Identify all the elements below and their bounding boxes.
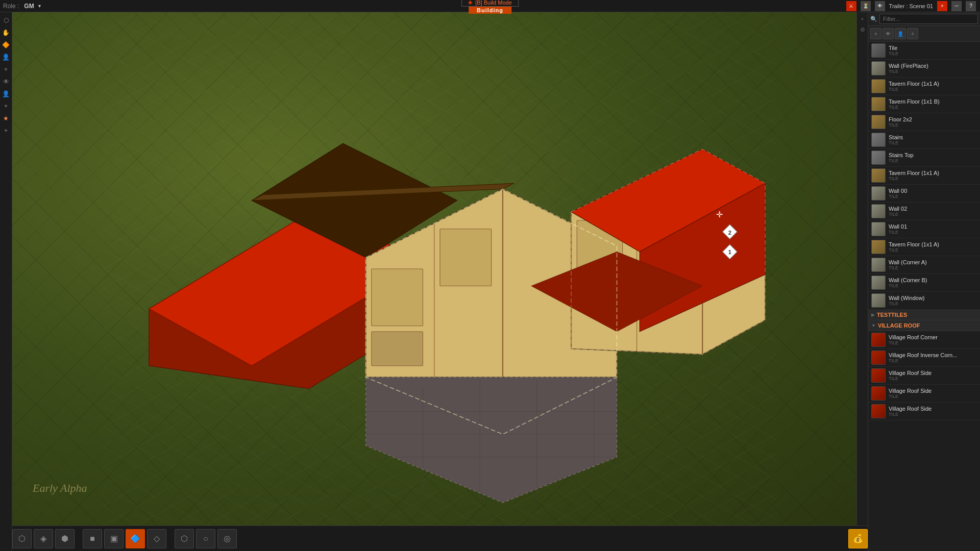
tile-thumbnail xyxy=(871,350,886,365)
tile-item[interactable]: Floor 2x2tile xyxy=(868,113,980,131)
viewport[interactable]: ✛ 2 1 Early Alpha xyxy=(12,12,868,525)
tile-name: Tavern Floor (1x1 B) xyxy=(889,98,977,105)
sidebar-icon-star[interactable]: ★ xyxy=(1,113,11,123)
tile-thumbnail xyxy=(871,186,886,201)
tile-info: Wall 01tile xyxy=(889,223,977,235)
tile-item[interactable]: Wall (FirePlace)tile xyxy=(868,60,980,78)
help-button[interactable]: ? xyxy=(966,1,976,11)
tile-name: Tavern Floor (1x1 A) xyxy=(889,241,977,247)
tile-name: Village Roof Side xyxy=(889,370,977,376)
tile-item[interactable]: Tavern Floor (1x1 A)tile xyxy=(868,78,980,95)
tile-thumbnail xyxy=(871,43,886,58)
toolbar-btn-8[interactable]: ⬡ xyxy=(175,529,194,548)
tile-info: Wall (Corner A)tile xyxy=(889,259,977,270)
sidebar-icon-cursor[interactable]: ⬡ xyxy=(1,15,11,26)
tile-item[interactable]: Village Roof Cornertile xyxy=(868,331,980,349)
toolbar-btn-6[interactable]: 🔷 xyxy=(126,529,145,548)
tile-item[interactable]: Village Roof Sidetile xyxy=(868,385,980,403)
right-panel: 🔍 + 👁 👤 + TiletileWall (FirePlace)tileTa… xyxy=(868,12,980,551)
toolbar-btn-5[interactable]: ▣ xyxy=(104,529,124,548)
tile-info: Wall 00tile xyxy=(889,188,977,199)
sidebar-icon-eye[interactable]: 👁 xyxy=(1,77,11,87)
tile-info: Village Roof Inverse Corn...tile xyxy=(889,352,977,363)
tile-type: tile xyxy=(889,69,977,74)
section-header-villageRoof[interactable]: ▼ Village Roof xyxy=(868,320,980,331)
svg-text:1: 1 xyxy=(728,249,731,255)
toolbar-btn-10[interactable]: ◎ xyxy=(217,529,237,548)
role-gm: GM xyxy=(22,3,36,10)
panel-plus-button[interactable]: + xyxy=(907,28,918,39)
sidebar-icon-plus1[interactable]: + xyxy=(1,64,11,74)
sidebar-icon-user2[interactable]: 👤 xyxy=(1,89,11,99)
right-edge-panel: + ⚙ xyxy=(856,12,868,551)
panel-user-button[interactable]: 👤 xyxy=(895,28,906,39)
sidebar-icon-build[interactable]: 🔶 xyxy=(1,40,11,50)
build-mode-button[interactable]: ◈ [B] Build Mode xyxy=(461,0,519,7)
tool-icon-2[interactable]: ⏳ xyxy=(861,1,871,11)
sidebar-icon-plus2[interactable]: + xyxy=(1,101,11,111)
panel-add-button[interactable]: + xyxy=(870,28,881,39)
edge-icon-1[interactable]: + xyxy=(858,14,867,23)
panel-eye-button[interactable]: 👁 xyxy=(883,28,894,39)
minimize-button[interactable]: ─ xyxy=(951,1,962,11)
tile-name: Village Roof Inverse Corn... xyxy=(889,352,977,358)
tile-info: Tavern Floor (1x1 B)tile xyxy=(889,98,977,110)
tile-item[interactable]: Wall (Corner A)tile xyxy=(868,256,980,274)
bottom-toolbar: ⬡ ◈ ⬢ ■ ▣ 🔷 ◇ ⬡ ○ ◎ 💰 xyxy=(12,525,868,551)
role-label: Role : xyxy=(0,3,22,10)
toolbar-btn-7[interactable]: ◇ xyxy=(147,529,166,548)
tile-item[interactable]: Village Roof Sidetile xyxy=(868,367,980,385)
tile-item[interactable]: Wall 02tile xyxy=(868,203,980,220)
tile-item[interactable]: Tavern Floor (1x1 A)tile xyxy=(868,238,980,256)
scene-label: Trailer : Scene 01 xyxy=(889,3,933,9)
tile-item[interactable]: Stairstile xyxy=(868,131,980,149)
toolbar-btn-2[interactable]: ◈ xyxy=(34,529,53,548)
tile-type: tile xyxy=(889,105,977,110)
tile-item[interactable]: Tavern Floor (1x1 A)tile xyxy=(868,167,980,185)
sidebar-icon-hand[interactable]: ✋ xyxy=(1,28,11,38)
tile-item[interactable]: Village Roof Inverse Corn...tile xyxy=(868,349,980,367)
tile-item[interactable]: Tiletile xyxy=(868,42,980,60)
toolbar-btn-9[interactable]: ○ xyxy=(196,529,215,548)
toolbar-btn-1[interactable]: ⬡ xyxy=(12,529,32,548)
building-svg: ✛ 2 1 xyxy=(12,12,868,525)
toolbar-btn-gold[interactable]: 💰 xyxy=(848,529,868,548)
toolbar-btn-4[interactable]: ■ xyxy=(83,529,102,548)
left-sidebar: ⬡ ✋ 🔶 👤 + 👁 👤 + ★ + xyxy=(0,12,12,551)
tile-type: tile xyxy=(889,301,977,306)
section-label-villageRoof: Village Roof xyxy=(878,322,920,329)
sidebar-icon-user[interactable]: 👤 xyxy=(1,52,11,62)
tile-thumbnail xyxy=(871,61,886,76)
tile-info: Stairstile xyxy=(889,134,977,145)
build-mode-icon: ◈ xyxy=(468,0,472,6)
tile-type: tile xyxy=(889,283,977,288)
tile-name: Village Roof Side xyxy=(889,388,977,394)
tile-item[interactable]: Wall 01tile xyxy=(868,220,980,238)
tile-item[interactable]: Tavern Floor (1x1 B)tile xyxy=(868,95,980,113)
tile-name: Wall (FirePlace) xyxy=(889,63,977,69)
tile-item[interactable]: Wall (Window)tile xyxy=(868,292,980,310)
role-dropdown-icon[interactable]: ▾ xyxy=(36,3,43,9)
center-mode: ◈ [B] Build Mode Building xyxy=(461,0,519,14)
tile-item[interactable]: Stairs Toptile xyxy=(868,149,980,167)
section-arrow-villageRoof: ▼ xyxy=(871,323,876,328)
tool-icon-1[interactable]: ⚔ xyxy=(846,1,856,11)
tool-icon-3[interactable]: 👁 xyxy=(875,1,885,11)
section-header-testTiles[interactable]: ▶ TestTiles xyxy=(868,310,980,320)
filter-input[interactable] xyxy=(879,14,978,24)
tile-item[interactable]: Village Roof Sidetile xyxy=(868,403,980,420)
tile-item[interactable]: Wall 00tile xyxy=(868,185,980,203)
tile-type: tile xyxy=(889,212,977,217)
tile-list: TiletileWall (FirePlace)tileTavern Floor… xyxy=(868,42,980,551)
tile-thumbnail xyxy=(871,240,886,254)
section-label-testTiles: TestTiles xyxy=(877,312,907,318)
sidebar-icon-plus3[interactable]: + xyxy=(1,126,11,136)
add-button[interactable]: + xyxy=(937,1,947,11)
tile-info: Floor 2x2tile xyxy=(889,116,977,128)
svg-rect-14 xyxy=(440,229,492,286)
tile-item[interactable]: Wall (Corner B)tile xyxy=(868,274,980,292)
toolbar-btn-3[interactable]: ⬢ xyxy=(55,529,75,548)
tile-name: Tavern Floor (1x1 A) xyxy=(889,81,977,87)
tile-type: tile xyxy=(889,340,977,345)
edge-icon-2[interactable]: ⚙ xyxy=(858,25,867,34)
